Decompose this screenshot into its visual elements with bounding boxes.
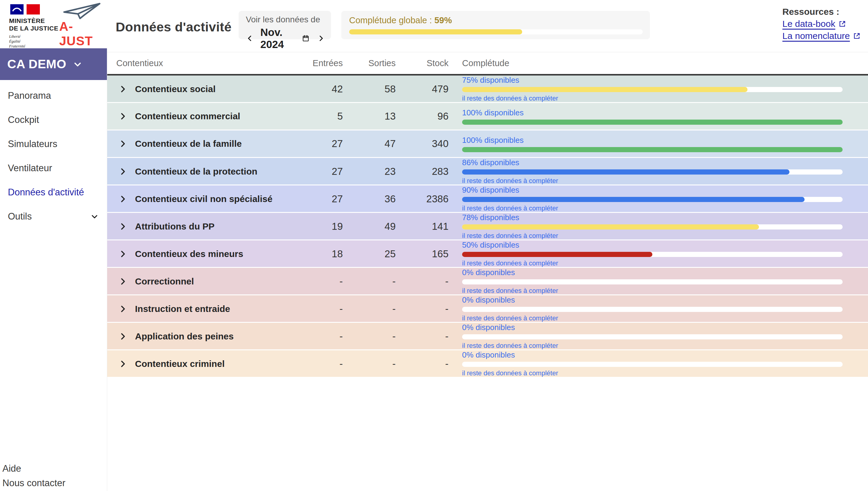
entrees-value: 27 [297, 166, 343, 177]
entrees-value: - [297, 358, 343, 370]
sidebar-item-label: Outils [8, 211, 32, 222]
sidebar-item-label: Données d'activité [8, 187, 84, 198]
chevron-right-icon[interactable] [119, 85, 127, 93]
chevron-right-icon[interactable] [119, 359, 127, 368]
row-label: Attributions du PP [135, 221, 214, 232]
table-row-instruction-et-entraide[interactable]: Instruction et entraide - - - 0% disponi… [107, 295, 868, 322]
entrees-value: 42 [297, 83, 343, 95]
table-row-contentieux-commercial[interactable]: Contentieux commercial 5 13 96 100% disp… [107, 103, 868, 129]
entrees-value: - [297, 331, 343, 342]
resource-link-nomenclature[interactable]: La nomenclature [783, 31, 861, 41]
stock-value: 165 [396, 248, 449, 260]
french-gov-flag-icon [10, 4, 58, 15]
stock-value: - [396, 358, 449, 370]
table-row-contentieux-civil-non-specialise[interactable]: Contentieux civil non spécialisé 27 36 2… [107, 185, 868, 212]
chevron-right-icon[interactable] [119, 250, 127, 258]
sidebar-item-label: Cockpit [8, 114, 39, 125]
table-row-contentieux-criminel[interactable]: Contentieux criminel - - - 0% disponible… [107, 350, 868, 377]
motto-fraternite: Fraternité [9, 44, 58, 49]
resources-title: Ressources : [783, 7, 861, 17]
chevron-right-icon[interactable] [119, 222, 127, 231]
table-row-attributions-du-pp[interactable]: Attributions du PP 19 49 141 78% disponi… [107, 213, 868, 239]
chevron-right-icon[interactable] [119, 332, 127, 341]
chevron-right-icon[interactable] [119, 167, 127, 176]
entrees-value: - [297, 276, 343, 287]
sidebar-item-simulateurs[interactable]: Simulateurs [0, 132, 107, 156]
completeness-bar-fill [462, 147, 843, 152]
stock-value: - [396, 276, 449, 287]
external-link-icon [838, 20, 846, 28]
completeness-bar [462, 334, 843, 339]
table-row-contentieux-social[interactable]: Contentieux social 42 58 479 75% disponi… [107, 76, 868, 102]
chevron-right-icon[interactable] [119, 140, 127, 148]
global-completeness-fill [349, 29, 522, 34]
sidebar-item-panorama[interactable]: Panorama [0, 84, 107, 108]
stock-value: - [396, 331, 449, 342]
previous-month-icon[interactable] [246, 34, 254, 42]
table-row-application-des-peines[interactable]: Application des peines - - - 0% disponib… [107, 323, 868, 349]
chevron-right-icon[interactable] [119, 305, 127, 313]
sorties-value: 58 [343, 83, 396, 95]
completeness-bar [462, 87, 843, 92]
stock-value: 283 [396, 166, 449, 177]
jurisdiction-selector[interactable]: CA DEMO [0, 48, 107, 80]
completeness-label: 78% disponibles [462, 213, 843, 222]
col-header-contentieux: Contentieux [107, 58, 297, 68]
contact-link[interactable]: Nous contacter [2, 476, 65, 490]
completeness-bar-fill [462, 252, 653, 257]
jurisdiction-name: CA DEMO [7, 57, 66, 71]
sidebar-nav: Panorama Cockpit Simulateurs Ventilateur… [0, 80, 107, 229]
completeness-label: 0% disponibles [462, 295, 843, 305]
row-label: Contentieux commercial [135, 111, 240, 121]
row-label: Application des peines [135, 331, 234, 342]
row-label: Contentieux criminel [135, 359, 225, 369]
calendar-icon[interactable] [302, 33, 310, 44]
completeness-bar [462, 279, 843, 285]
global-completeness-value: 59% [434, 16, 452, 25]
table-row-contentieux-des-mineurs[interactable]: Contentieux des mineurs 18 25 165 50% di… [107, 240, 868, 267]
row-label: Contentieux civil non spécialisé [135, 194, 272, 204]
paper-plane-icon [61, 2, 103, 19]
completeness-note: il reste des données à compléter [462, 287, 843, 295]
stock-value: 96 [396, 111, 449, 122]
page-title: Données d'activité [116, 20, 232, 34]
completeness-label: 0% disponibles [462, 268, 843, 277]
table-row-correctionnel[interactable]: Correctionnel - - - 0% disponibles il re… [107, 268, 868, 294]
completeness-note: il reste des données à compléter [462, 232, 843, 240]
sorties-value: 49 [343, 221, 396, 232]
completeness-note: il reste des données à compléter [462, 369, 843, 377]
chevron-right-icon[interactable] [119, 277, 127, 286]
sorties-value: 13 [343, 111, 396, 122]
chevron-right-icon[interactable] [119, 112, 127, 120]
global-completeness-bar [349, 29, 643, 34]
sidebar-item-donnees-d-activite[interactable]: Données d'activité [0, 180, 107, 204]
sorties-value: - [343, 276, 396, 287]
chevron-right-icon[interactable] [119, 195, 127, 203]
row-label: Contentieux de la protection [135, 166, 257, 177]
table-row-contentieux-de-la-famille[interactable]: Contentieux de la famille 27 47 340 100%… [107, 131, 868, 157]
resource-link-databook[interactable]: Le data-book [783, 19, 861, 29]
entrees-value: - [297, 303, 343, 315]
next-month-icon[interactable] [317, 34, 325, 42]
sidebar-item-outils[interactable]: Outils [0, 204, 107, 229]
global-completeness-label: Complétude globale : [349, 16, 432, 25]
date-value[interactable]: Nov. 2024 [260, 26, 294, 51]
completeness-bar [462, 147, 843, 152]
sorties-value: 47 [343, 138, 396, 149]
completeness-label: 90% disponibles [462, 185, 843, 195]
stock-value: 2386 [396, 193, 449, 205]
sorties-value: - [343, 358, 396, 370]
help-link[interactable]: Aide [2, 461, 65, 476]
table-row-contentieux-de-la-protection[interactable]: Contentieux de la protection 27 23 283 8… [107, 158, 868, 184]
sidebar-item-ventilateur[interactable]: Ventilateur [0, 156, 107, 180]
col-header-entrees: Entrées [297, 58, 343, 68]
sidebar-item-label: Ventilateur [8, 163, 52, 174]
ministry-name-line1: MINISTÈRE [9, 17, 58, 25]
completeness-note: il reste des données à compléter [462, 342, 843, 350]
table-header-row: Contentieux Entrées Sorties Stock Complé… [107, 52, 868, 76]
completeness-bar-fill [462, 224, 759, 230]
sidebar-item-cockpit[interactable]: Cockpit [0, 108, 107, 132]
sidebar: CA DEMO Panorama Cockpit Simulateurs Ven… [0, 48, 107, 491]
entrees-value: 5 [297, 111, 343, 122]
completeness-label: 0% disponibles [462, 323, 843, 332]
